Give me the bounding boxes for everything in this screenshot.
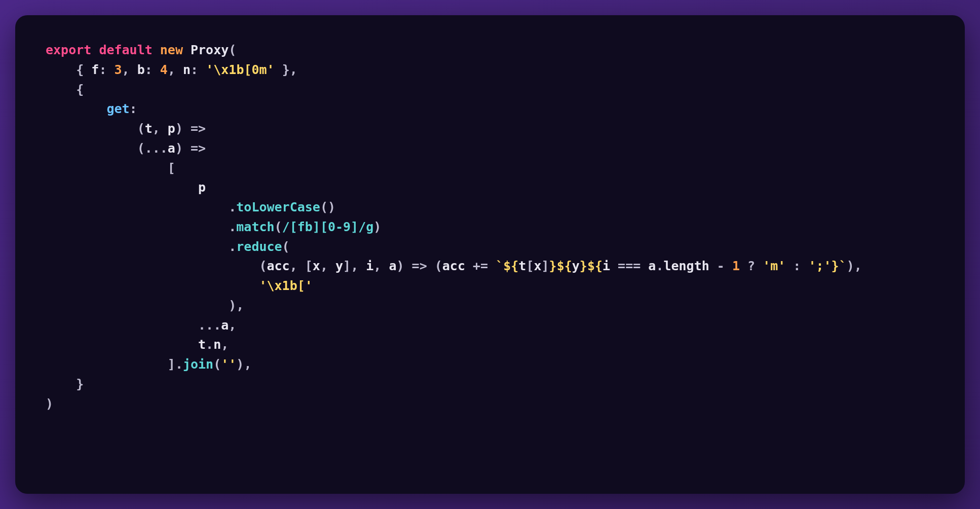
number-literal: 4 [160, 62, 168, 77]
string-literal: '' [221, 357, 236, 372]
prop-f: f [91, 62, 99, 77]
method-tolowercase: toLowerCase [236, 200, 320, 214]
bracket-close: ]. [168, 357, 183, 372]
keyword-export: export [46, 43, 91, 57]
param-y: y [335, 259, 343, 273]
param-p: p [168, 121, 175, 136]
string-literal: '\x1b[0m' [206, 62, 274, 77]
keyword-new: new [160, 43, 183, 57]
paren-open: ( [229, 43, 236, 57]
param-x: x [313, 259, 320, 273]
spread-operator: ... [145, 141, 168, 156]
class-proxy: Proxy [191, 43, 229, 57]
param-acc: acc [267, 259, 290, 273]
arrow-fn: => [191, 141, 206, 156]
paren-close: ), [229, 298, 244, 313]
method-join: join [183, 357, 213, 372]
method-match: match [236, 220, 274, 234]
param-i: i [366, 259, 373, 273]
code-editor-window: export default new Proxy( { f: 3, b: 4, … [15, 15, 965, 494]
brace-close: }, [275, 62, 297, 77]
method-get: get [106, 101, 129, 116]
paren-close: ) [46, 396, 53, 411]
arrow-fn: => [191, 121, 206, 136]
keyword-default: default [99, 43, 152, 57]
bracket-open: [ [168, 161, 175, 175]
identifier-p: p [198, 180, 206, 195]
brace-open: { [76, 62, 91, 77]
param-a: a [168, 141, 175, 156]
param-a2: a [389, 259, 396, 273]
template-open: ` [496, 259, 503, 273]
spread-operator: ... [198, 318, 221, 333]
number-literal: 3 [115, 62, 122, 77]
brace-open: { [76, 82, 84, 97]
assign-plus: += [465, 259, 496, 273]
template-close: ` [839, 259, 847, 273]
param-t: t [145, 121, 153, 136]
prop-n: n [183, 62, 191, 77]
code-block[interactable]: export default new Proxy( { f: 3, b: 4, … [46, 41, 934, 414]
brace-close: } [76, 377, 84, 391]
regex-literal: /[fb][0-9]/g [282, 220, 374, 234]
string-literal: '\x1b[' [259, 278, 312, 293]
method-reduce: reduce [236, 239, 282, 254]
prop-b: b [137, 62, 145, 77]
